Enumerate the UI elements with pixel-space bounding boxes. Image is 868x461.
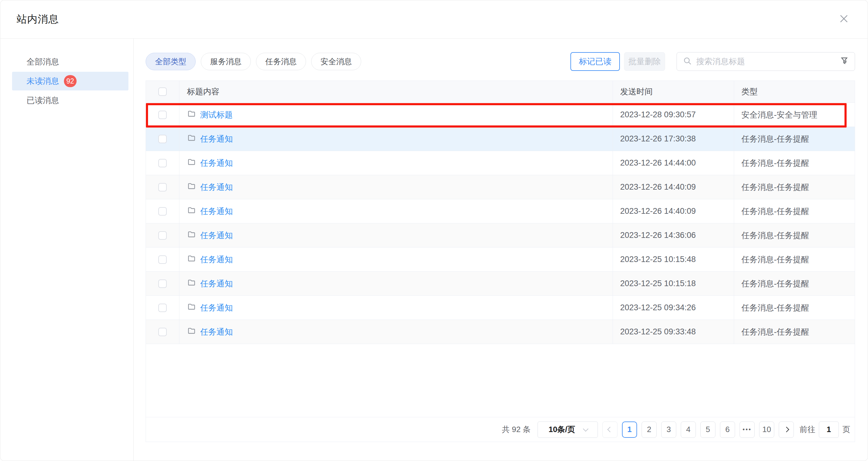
chip-security-messages[interactable]: 安全消息 [311, 53, 361, 70]
folder-icon [187, 230, 196, 241]
message-type: 安全消息-安全与管理 [734, 103, 855, 127]
chip-task-messages[interactable]: 任务消息 [256, 53, 306, 70]
row-checkbox[interactable] [158, 279, 167, 288]
page-size-select[interactable]: 10条/页 [537, 422, 598, 438]
header-send-time: 发送时间 [613, 81, 734, 102]
page-button-1[interactable]: 1 [622, 422, 637, 438]
row-checkbox[interactable] [158, 328, 167, 336]
chip-service-messages[interactable]: 服务消息 [201, 53, 251, 70]
more-pages-button[interactable]: ••• [740, 422, 755, 438]
folder-icon [187, 254, 196, 265]
message-time: 2023-12-25 09:34:26 [613, 296, 734, 319]
message-title-link[interactable]: 测试标题 [200, 110, 233, 120]
table-row[interactable]: 任务通知 2023-12-25 09:34:26 任务消息-任务提醒 [146, 296, 855, 320]
message-title-link[interactable]: 任务通知 [200, 133, 233, 145]
message-title-link[interactable]: 任务通知 [200, 327, 233, 337]
page-unit-label: 页 [842, 424, 850, 435]
message-type: 任务消息-任务提醒 [734, 248, 855, 271]
chevron-down-icon [583, 426, 588, 431]
message-title-link[interactable]: 任务通知 [200, 206, 233, 217]
page-button-10[interactable]: 10 [759, 422, 774, 438]
sidebar-item-label: 未读消息 [27, 76, 59, 87]
row-checkbox[interactable] [158, 207, 167, 216]
message-type: 任务消息-任务提醒 [734, 296, 855, 319]
table-row[interactable]: 任务通知 2023-12-26 14:36:06 任务消息-任务提醒 [146, 223, 855, 248]
message-title-link[interactable]: 任务通知 [200, 230, 233, 241]
sidebar-item-read-messages[interactable]: 已读消息 [0, 91, 133, 110]
folder-icon [187, 206, 196, 216]
message-title-link[interactable]: 任务通知 [200, 278, 233, 289]
folder-icon [187, 278, 196, 289]
folder-icon [187, 182, 196, 192]
message-type: 任务消息-任务提醒 [734, 151, 855, 175]
search-box [677, 52, 855, 71]
total-count-label: 共 92 条 [502, 424, 531, 435]
batch-delete-button[interactable]: 批量删除 [624, 52, 665, 71]
page-button-6[interactable]: 6 [720, 422, 735, 438]
close-icon [838, 13, 849, 25]
row-checkbox[interactable] [158, 231, 167, 240]
folder-icon [187, 327, 196, 337]
table-row[interactable]: 测试标题 2023-12-28 09:30:57 安全消息-安全与管理 [146, 103, 855, 127]
toolbar-actions: 标记已读 批量删除 [570, 52, 855, 71]
message-type: 任务消息-任务提醒 [734, 175, 855, 199]
goto-page-input[interactable] [819, 422, 839, 438]
table-row[interactable]: 任务通知 2023-12-25 09:33:48 任务消息-任务提醒 [146, 320, 855, 344]
search-icon [683, 56, 692, 67]
page-button-3[interactable]: 3 [661, 422, 676, 438]
search-input[interactable] [696, 57, 840, 66]
toolbar: 全部类型 服务消息 任务消息 安全消息 标记已读 批量删除 [146, 52, 855, 71]
page-button-5[interactable]: 5 [701, 422, 715, 438]
chevron-left-icon [607, 427, 613, 432]
row-checkbox[interactable] [158, 304, 167, 312]
sidebar-item-unread-messages[interactable]: 未读消息 92 [12, 72, 128, 90]
sidebar-item-all-messages[interactable]: 全部消息 [0, 53, 133, 71]
message-title-link[interactable]: 任务通知 [200, 158, 233, 168]
folder-icon [187, 302, 196, 313]
row-checkbox[interactable] [158, 159, 167, 167]
folder-icon [187, 133, 196, 144]
unread-count-badge: 92 [64, 75, 76, 87]
table-row[interactable]: 任务通知 2023-12-25 10:15:48 任务消息-任务提醒 [146, 248, 855, 272]
message-type: 任务消息-任务提醒 [734, 320, 855, 344]
sidebar: 全部消息 未读消息 92 已读消息 [0, 39, 133, 461]
chip-all-types[interactable]: 全部类型 [146, 53, 196, 70]
table-row[interactable]: 任务通知 2023-12-25 10:15:18 任务消息-任务提醒 [146, 272, 855, 296]
mark-read-button[interactable]: 标记已读 [570, 52, 620, 71]
prev-page-button[interactable] [602, 422, 617, 438]
message-time: 2023-12-26 14:36:06 [613, 223, 734, 247]
table-row[interactable]: 任务通知 2023-12-26 17:30:38 任务消息-任务提醒 [146, 127, 855, 151]
table-row[interactable]: 任务通知 2023-12-26 14:40:09 任务消息-任务提醒 [146, 199, 855, 223]
table-row[interactable]: 任务通知 2023-12-26 14:44:00 任务消息-任务提醒 [146, 151, 855, 175]
message-time: 2023-12-25 10:15:18 [613, 272, 734, 296]
page-button-2[interactable]: 2 [642, 422, 657, 438]
table-header-row: 标题内容 发送时间 类型 [146, 81, 855, 103]
page-button-4[interactable]: 4 [681, 422, 696, 438]
table-empty-space [146, 344, 855, 417]
close-button[interactable] [837, 13, 850, 26]
row-checkbox[interactable] [158, 135, 167, 143]
sidebar-item-label: 已读消息 [27, 95, 59, 106]
select-all-checkbox[interactable] [158, 87, 167, 96]
filter-funnel-icon[interactable] [840, 56, 849, 67]
folder-icon [187, 110, 196, 120]
row-checkbox[interactable] [158, 111, 167, 119]
sidebar-item-label: 全部消息 [27, 56, 59, 67]
message-type: 任务消息-任务提醒 [734, 127, 855, 151]
table-row[interactable]: 任务通知 2023-12-26 14:40:09 任务消息-任务提醒 [146, 175, 855, 199]
row-checkbox[interactable] [158, 255, 167, 264]
message-type: 任务消息-任务提醒 [734, 272, 855, 296]
message-time: 2023-12-26 17:30:38 [613, 127, 734, 151]
next-page-button[interactable] [779, 422, 794, 438]
page-title: 站内消息 [17, 12, 59, 26]
message-time: 2023-12-28 09:30:57 [613, 103, 734, 127]
header-title: 标题内容 [179, 81, 613, 102]
message-title-link[interactable]: 任务通知 [200, 302, 233, 313]
message-title-link[interactable]: 任务通知 [200, 254, 233, 265]
folder-icon [187, 158, 196, 168]
message-type: 任务消息-任务提醒 [734, 199, 855, 223]
message-title-link[interactable]: 任务通知 [200, 182, 233, 193]
row-checkbox[interactable] [158, 183, 167, 191]
type-filter-chips: 全部类型 服务消息 任务消息 安全消息 [146, 53, 361, 70]
site-messages-modal: 站内消息 全部消息 未读消息 92 已读消息 [0, 0, 868, 461]
